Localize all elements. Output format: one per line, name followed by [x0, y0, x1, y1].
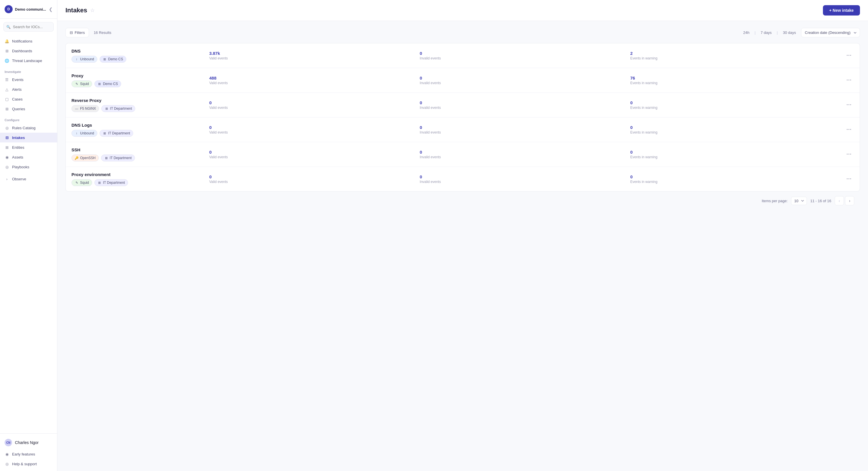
intake-name[interactable]: DNS Logs: [71, 123, 209, 127]
intake-name[interactable]: Reverse Proxy: [71, 98, 209, 103]
sidebar-item-label: Events: [12, 78, 24, 82]
filters-label: Filters: [74, 30, 85, 35]
sidebar-item-early-features[interactable]: ◉ Early features: [0, 449, 57, 459]
invalid-events-stat: 0 Invalid events: [420, 51, 630, 60]
warning-events-value: 2: [630, 51, 841, 56]
warning-events-stat: 0 Events in warning: [630, 125, 841, 135]
sidebar-item-intakes[interactable]: ⊟ Intakes: [0, 133, 57, 143]
sidebar-item-label: Cases: [12, 97, 23, 101]
sidebar-item-queries[interactable]: ⊞ Queries: [0, 104, 57, 114]
next-page-button[interactable]: ›: [845, 196, 854, 205]
avatar: CN: [5, 439, 12, 446]
queries-icon: ⊞: [5, 107, 9, 111]
intake-tag[interactable]: ⊞ IT Department: [101, 154, 135, 161]
intake-name[interactable]: SSH: [71, 147, 209, 152]
sidebar-item-rules-catalog[interactable]: ◎ Rules Catalog: [0, 123, 57, 133]
time-30d-button[interactable]: 30 days: [779, 28, 800, 37]
sidebar-item-help-support[interactable]: ◎ Help & support: [0, 459, 57, 469]
intake-tag[interactable]: ⊞ Demo CS: [94, 81, 121, 87]
intake-more-menu[interactable]: ···: [844, 76, 854, 84]
tag-label: Unbound: [80, 131, 94, 135]
intake-tags: ✎ Squid ⊞ IT Department: [71, 179, 209, 186]
sidebar-item-threat-landscape[interactable]: 🌐 Threat Landscape: [0, 56, 57, 65]
intake-more-menu[interactable]: ···: [844, 125, 854, 134]
intake-info: SSH 🔑 OpenSSH ⊞ IT Department: [71, 147, 209, 161]
sidebar-logo[interactable]: D Demo communi... ❮: [0, 0, 57, 19]
search-input[interactable]: [3, 22, 54, 32]
intake-tag[interactable]: ✎ Squid: [71, 179, 92, 186]
per-page-select[interactable]: 10 25 50: [791, 197, 807, 205]
alerts-icon: △: [5, 87, 9, 92]
sidebar-item-notifications[interactable]: 🔔 Notifications: [0, 36, 57, 46]
filters-button[interactable]: ⊟ Filters: [65, 28, 89, 37]
favorite-icon[interactable]: ☆: [90, 7, 95, 13]
rules-catalog-icon: ◎: [5, 125, 9, 130]
valid-events-stat: 0 Valid events: [209, 125, 420, 135]
page-nav: ‹ ›: [835, 196, 854, 205]
sidebar-item-alerts[interactable]: △ Alerts: [0, 84, 57, 94]
search-box: 🔍: [3, 22, 54, 32]
intake-tag[interactable]: ⊞ IT Department: [100, 130, 133, 137]
intake-tags: ↑ Unbound ⊞ IT Department: [71, 130, 209, 137]
playbooks-icon: ◎: [5, 165, 9, 169]
time-filters: 24h | 7 days | 30 days Creation date (De…: [739, 28, 860, 37]
intake-more-menu[interactable]: ···: [844, 150, 854, 158]
intake-tag[interactable]: ✎ Squid: [71, 81, 92, 87]
sidebar-item-label: Observe: [12, 177, 26, 181]
sidebar-item-observe[interactable]: › Observe: [0, 174, 57, 184]
intake-tag[interactable]: 🔑 OpenSSH: [71, 154, 99, 161]
intake-stats: 3.87k Valid events 0 Invalid events 2 Ev…: [209, 51, 841, 60]
sidebar-item-playbooks[interactable]: ◎ Playbooks: [0, 162, 57, 172]
intake-tag[interactable]: ⊞ Demo CS: [100, 56, 126, 63]
intake-tags: 🔑 OpenSSH ⊞ IT Department: [71, 154, 209, 161]
intake-name[interactable]: DNS: [71, 49, 209, 53]
time-7d-button[interactable]: 7 days: [756, 28, 776, 37]
invalid-events-label: Invalid events: [420, 56, 630, 60]
sidebar-item-entities[interactable]: ⊞ Entities: [0, 143, 57, 152]
tag-label: IT Department: [108, 131, 130, 135]
intake-more-menu[interactable]: ···: [844, 101, 854, 109]
valid-events-stat: 488 Valid events: [209, 76, 420, 85]
intake-stats: 0 Valid events 0 Invalid events 0 Events…: [209, 174, 841, 184]
time-24h-button[interactable]: 24h: [739, 28, 753, 37]
configure-label: Configure: [0, 116, 57, 123]
sidebar-item-label: Early features: [12, 452, 35, 457]
tag-label: OpenSSH: [80, 156, 96, 160]
sidebar-item-assets[interactable]: ◉ Assets: [0, 152, 57, 162]
tag-label: F5 NGINX: [80, 107, 96, 111]
valid-events-label: Valid events: [209, 56, 420, 60]
intake-more-menu[interactable]: ···: [844, 175, 854, 183]
valid-events-value: 0: [209, 150, 420, 154]
invalid-events-value: 0: [420, 125, 630, 130]
collapse-sidebar-button[interactable]: ❮: [49, 7, 53, 12]
sidebar-item-label: Playbooks: [12, 165, 29, 169]
prev-page-button[interactable]: ‹: [835, 196, 844, 205]
new-intake-button[interactable]: + New intake: [823, 5, 860, 16]
tag-label: IT Department: [110, 156, 131, 160]
intake-tag[interactable]: ⊞ IT Department: [94, 179, 128, 186]
intake-more-menu[interactable]: ···: [844, 51, 854, 60]
warning-events-label: Events in warning: [630, 155, 841, 159]
intake-tag[interactable]: ⊞ IT Department: [101, 105, 135, 112]
invalid-events-stat: 0 Invalid events: [420, 174, 630, 184]
filters-bar: ⊟ Filters 16 Results 24h | 7 days | 30 d…: [65, 28, 860, 37]
intake-name[interactable]: Proxy: [71, 73, 209, 78]
valid-events-label: Valid events: [209, 106, 420, 110]
valid-events-stat: 3.87k Valid events: [209, 51, 420, 60]
sidebar-item-events[interactable]: ☰ Events: [0, 75, 57, 84]
sidebar-item-label: Queries: [12, 107, 25, 111]
user-profile[interactable]: CN Charles Ngor: [0, 436, 57, 449]
intake-tag[interactable]: ↑ Unbound: [71, 130, 97, 137]
sort-dropdown[interactable]: Creation date (Descending): [801, 28, 860, 37]
intake-tag[interactable]: ↑ Unbound: [71, 56, 97, 63]
sidebar-item-cases[interactable]: ▢ Cases: [0, 94, 57, 104]
intake-name[interactable]: Proxy environment: [71, 172, 209, 177]
tag-label: Demo CS: [103, 82, 118, 86]
warning-events-label: Events in warning: [630, 81, 841, 85]
tag-icon: ⊞: [104, 156, 108, 160]
valid-events-value: 0: [209, 174, 420, 179]
warning-events-stat: 2 Events in warning: [630, 51, 841, 60]
sidebar-item-dashboards[interactable]: ⊞ Dashboards: [0, 46, 57, 56]
intake-tag[interactable]: — F5 NGINX: [71, 105, 99, 112]
investigate-section: Investigate ☰ Events △ Alerts ▢ Cases ⊞ …: [0, 67, 57, 115]
